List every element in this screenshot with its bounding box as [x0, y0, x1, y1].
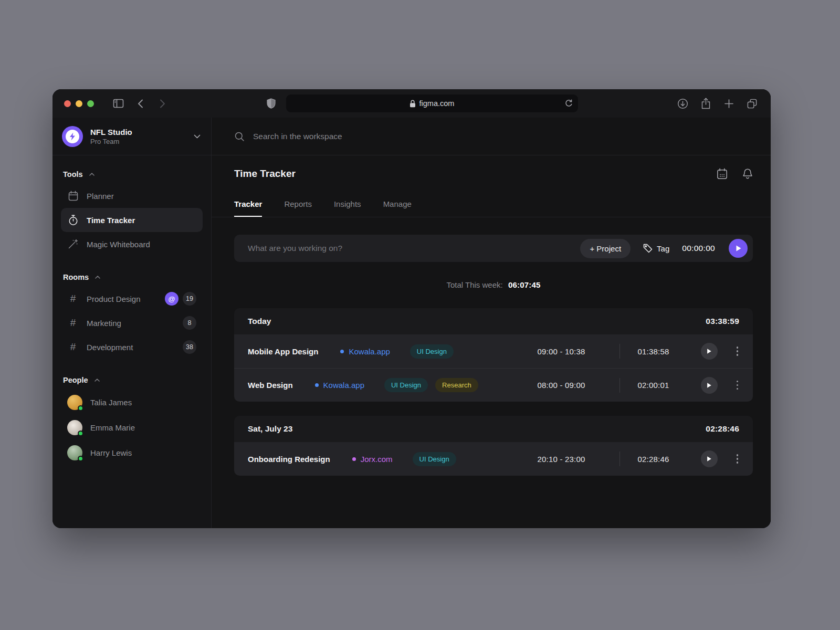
- tab-insights[interactable]: Insights: [334, 192, 361, 217]
- back-button[interactable]: [133, 96, 148, 111]
- workspace-type: Pro Team: [90, 138, 186, 145]
- people-section-label: People: [63, 376, 88, 384]
- page-title: Time Tracker: [234, 168, 296, 180]
- group-title: Today: [248, 317, 271, 326]
- resume-entry-button[interactable]: [701, 450, 718, 467]
- workspace-switcher[interactable]: NFL Studio Pro Team: [52, 118, 211, 155]
- avatar: [67, 395, 82, 410]
- mention-badge: @: [165, 292, 178, 306]
- entry-duration: 02:00:01: [620, 381, 687, 390]
- entry-menu-button[interactable]: [733, 343, 742, 359]
- downloads-icon[interactable]: [675, 96, 690, 111]
- tag-badge: UI Design: [413, 452, 456, 466]
- new-entry-bar: + Project Tag 00:00:00: [234, 235, 753, 262]
- people-section-header[interactable]: People: [61, 366, 203, 390]
- play-icon: [706, 382, 712, 388]
- tag-badge: UI Design: [384, 378, 428, 392]
- time-entry-row[interactable]: Onboarding Redesign Jorx.com UI Design 2…: [234, 442, 753, 476]
- entry-time-range: 09:00 - 10:38: [538, 347, 615, 356]
- project-color-dot: [340, 350, 344, 353]
- tab-bar: Tracker Reports Insights Manage: [212, 192, 771, 217]
- tools-section-header[interactable]: Tools: [61, 161, 203, 184]
- time-entry-row[interactable]: Web Design Kowala.app UI Design Research…: [234, 368, 753, 402]
- rooms-section-header[interactable]: Rooms: [61, 264, 203, 287]
- notifications-bell-icon[interactable]: [742, 168, 753, 180]
- weekly-total-label: Total This week:: [446, 280, 502, 289]
- sidebar-item-magic-whiteboard[interactable]: Magic Whiteboard: [61, 232, 203, 256]
- browser-window: figma.com: [52, 89, 771, 528]
- project-name: Kowala.app: [323, 381, 364, 390]
- room-label: Development: [87, 343, 133, 352]
- tab-overview-icon[interactable]: [744, 96, 759, 111]
- sidebar-room-marketing[interactable]: # Marketing 8: [61, 311, 203, 335]
- entry-group-today: Today 03:38:59 Mobile App Design Kowala.…: [234, 308, 753, 402]
- sidebar-item-label: Time Tracker: [87, 216, 135, 225]
- time-entry-row[interactable]: Mobile App Design Kowala.app UI Design 0…: [234, 334, 753, 368]
- tag-icon: [643, 244, 653, 253]
- tab-manage[interactable]: Manage: [383, 192, 412, 217]
- sidebar-item-planner[interactable]: Planner: [61, 184, 203, 208]
- search-input[interactable]: [253, 132, 753, 141]
- forward-button[interactable]: [155, 96, 170, 111]
- online-status-dot: [78, 405, 83, 411]
- group-header: Sat, July 23 02:28:46: [234, 416, 753, 442]
- entry-project[interactable]: Kowala.app: [340, 347, 390, 356]
- tag-badge: UI Design: [410, 344, 454, 359]
- tag-badge: Research: [435, 378, 478, 392]
- group-header: Today 03:38:59: [234, 308, 753, 334]
- task-description-input[interactable]: [248, 244, 568, 253]
- stopwatch-icon: [67, 215, 79, 226]
- chevron-up-icon: [94, 379, 100, 382]
- group-total: 03:38:59: [706, 317, 739, 326]
- entry-group-sat-july-23: Sat, July 23 02:28:46 Onboarding Redesig…: [234, 416, 753, 476]
- avatar: [67, 420, 82, 435]
- resume-entry-button[interactable]: [701, 343, 718, 360]
- new-tab-icon[interactable]: [721, 96, 736, 111]
- calendar-icon[interactable]: [717, 168, 728, 180]
- tab-tracker[interactable]: Tracker: [234, 192, 262, 217]
- lock-icon: [410, 100, 416, 108]
- workspace-search: [212, 118, 771, 155]
- project-name: Kowala.app: [349, 347, 390, 356]
- avatar: [67, 445, 82, 460]
- address-bar[interactable]: figma.com: [286, 94, 578, 112]
- person-name: Harry Lewis: [90, 448, 132, 457]
- timer-display: 00:00:00: [682, 244, 715, 253]
- online-status-dot: [78, 456, 83, 461]
- sidebar: NFL Studio Pro Team Tools: [52, 118, 212, 528]
- weekly-total: Total This week: 06:07:45: [234, 280, 753, 289]
- entry-project[interactable]: Jorx.com: [352, 455, 393, 464]
- entry-project[interactable]: Kowala.app: [315, 381, 364, 390]
- browser-toolbar: figma.com: [52, 89, 771, 118]
- sidebar-room-product-design[interactable]: # Product Design @ 19: [61, 287, 203, 311]
- workspace-chevron-icon[interactable]: [194, 134, 201, 139]
- add-project-button[interactable]: + Project: [580, 239, 631, 258]
- unread-count-badge: 38: [183, 340, 196, 354]
- hash-icon: #: [67, 317, 79, 329]
- sidebar-person-emma-marie[interactable]: Emma Marie: [61, 415, 203, 440]
- add-tag-button[interactable]: Tag: [643, 244, 669, 253]
- sidebar-toggle-icon[interactable]: [111, 96, 125, 111]
- zoom-window-button[interactable]: [87, 100, 94, 107]
- entry-menu-button[interactable]: [733, 377, 742, 393]
- start-timer-button[interactable]: [729, 239, 748, 258]
- online-status-dot: [78, 430, 83, 436]
- sidebar-item-time-tracker[interactable]: Time Tracker: [61, 208, 203, 232]
- reload-icon[interactable]: [565, 99, 573, 108]
- hash-icon: #: [67, 293, 79, 304]
- privacy-shield-icon[interactable]: [264, 96, 279, 111]
- person-name: Emma Marie: [90, 423, 135, 432]
- entry-menu-button[interactable]: [733, 451, 742, 467]
- project-name: Jorx.com: [361, 455, 393, 464]
- resume-entry-button[interactable]: [701, 377, 718, 394]
- group-title: Sat, July 23: [248, 424, 292, 434]
- sidebar-person-harry-lewis[interactable]: Harry Lewis: [61, 440, 203, 465]
- share-icon[interactable]: [698, 96, 713, 111]
- close-window-button[interactable]: [64, 100, 71, 107]
- tab-reports[interactable]: Reports: [284, 192, 312, 217]
- sidebar-room-development[interactable]: # Development 38: [61, 335, 203, 359]
- minimize-window-button[interactable]: [76, 100, 82, 107]
- play-icon: [706, 456, 712, 462]
- sidebar-person-talia-james[interactable]: Talia James: [61, 390, 203, 415]
- chevron-up-icon: [95, 276, 100, 279]
